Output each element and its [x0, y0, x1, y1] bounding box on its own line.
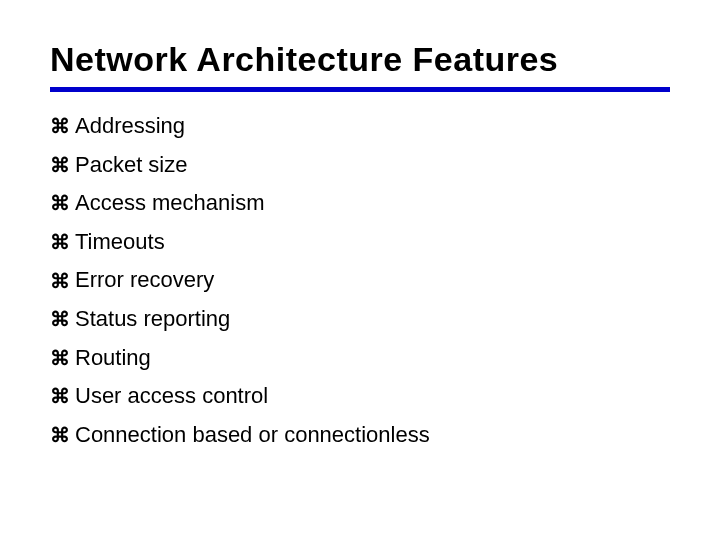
bullet-icon: ⌘: [50, 383, 67, 409]
list-item: ⌘ Connection based or connectionless: [50, 421, 670, 450]
bullet-text: Routing: [75, 344, 151, 373]
bullet-icon: ⌘: [50, 190, 67, 216]
bullet-text: Addressing: [75, 112, 185, 141]
list-item: ⌘ Status reporting: [50, 305, 670, 334]
slide-title: Network Architecture Features: [50, 40, 670, 79]
bullet-icon: ⌘: [50, 306, 67, 332]
list-item: ⌘ User access control: [50, 382, 670, 411]
bullet-icon: ⌘: [50, 345, 67, 371]
bullet-text: Access mechanism: [75, 189, 265, 218]
title-underline: [50, 87, 670, 92]
bullet-text: Error recovery: [75, 266, 214, 295]
bullet-icon: ⌘: [50, 422, 67, 448]
list-item: ⌘ Error recovery: [50, 266, 670, 295]
bullet-icon: ⌘: [50, 268, 67, 294]
list-item: ⌘ Routing: [50, 344, 670, 373]
list-item: ⌘ Packet size: [50, 151, 670, 180]
bullet-text: Connection based or connectionless: [75, 421, 430, 450]
bullet-text: Timeouts: [75, 228, 165, 257]
bullet-list: ⌘ Addressing ⌘ Packet size ⌘ Access mech…: [50, 112, 670, 449]
bullet-icon: ⌘: [50, 152, 67, 178]
list-item: ⌘ Access mechanism: [50, 189, 670, 218]
bullet-text: User access control: [75, 382, 268, 411]
bullet-icon: ⌘: [50, 229, 67, 255]
list-item: ⌘ Addressing: [50, 112, 670, 141]
bullet-text: Packet size: [75, 151, 188, 180]
list-item: ⌘ Timeouts: [50, 228, 670, 257]
bullet-text: Status reporting: [75, 305, 230, 334]
bullet-icon: ⌘: [50, 113, 67, 139]
